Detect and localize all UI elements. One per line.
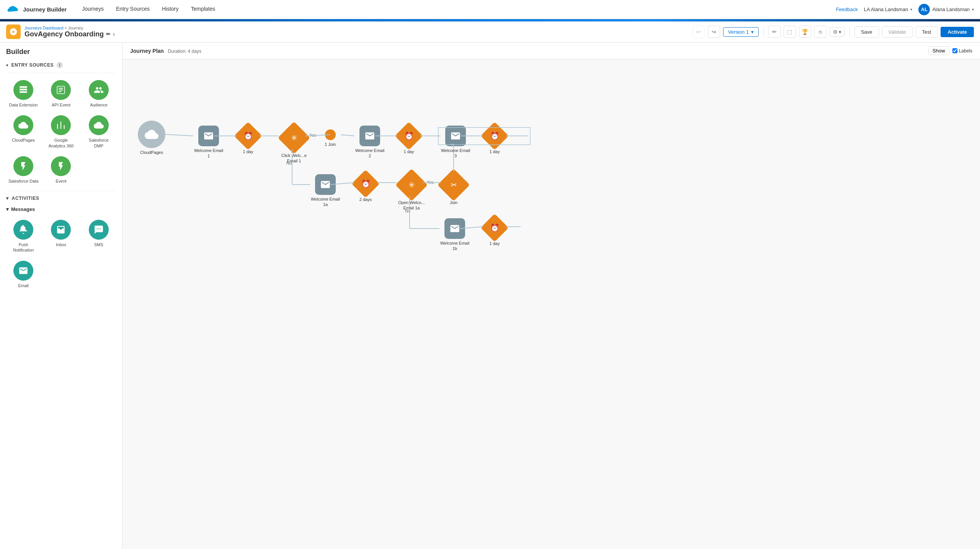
settings-button[interactable]: ⚙ ▾ [830, 27, 845, 37]
cloudpages-flow-icon [138, 121, 165, 148]
sidebar-item-salesforce-data[interactable]: Salesforce Data [6, 154, 41, 186]
node-click-decision[interactable]: ✳ Click Welc...e Email 1 [279, 124, 309, 164]
inbox-icon [51, 220, 71, 240]
main-content: ◂ Builder ▾ ENTRY SOURCES i Data Extensi… [0, 42, 980, 549]
node-cloudpages[interactable]: CloudPages [138, 121, 165, 155]
goal-button[interactable]: 🏆 [799, 26, 811, 38]
user-dropdown-la[interactable]: LA Alana Landsman ▾ [864, 7, 913, 12]
node-welcome-email-1b[interactable]: Welcome Email 1b [439, 218, 470, 252]
nav-link-history[interactable]: History [156, 0, 185, 19]
nav-link-entry-sources[interactable]: Entry Sources [110, 0, 156, 19]
welcome-email-1a-label: Welcome Email 1a [310, 196, 341, 208]
node-wait-1day-3[interactable]: ⏰ 1 day [483, 124, 506, 154]
entry-sources-info-icon[interactable]: i [57, 62, 63, 68]
nav-link-journeys[interactable]: Journeys [76, 0, 110, 19]
sidebar-item-event[interactable]: Event [44, 154, 78, 186]
validate-button[interactable]: Validate [882, 26, 913, 38]
sidebar-item-email[interactable]: Email [6, 258, 41, 291]
node-open-decision[interactable]: ✳ Open Welco... Email 1a [396, 172, 427, 211]
no-label-2: No [405, 209, 410, 213]
breadcrumb-sep: > [65, 26, 68, 30]
labels-checkbox[interactable] [952, 48, 957, 53]
entry-sources-collapse-icon[interactable]: ▾ [6, 63, 8, 67]
sidebar-item-data-extension[interactable]: Data Extension [6, 78, 41, 110]
messages-subsection-header[interactable]: ▾ Messages [0, 204, 122, 214]
user-profile-dropdown[interactable]: AL Alana Landsman ▾ [918, 4, 974, 15]
breadcrumb-current: Journey [68, 26, 83, 30]
node-welcome-email-1a[interactable]: Welcome Email 1a [310, 174, 341, 208]
secondary-header: Journeys Dashboard > Journey GovAgency O… [0, 21, 980, 42]
sidebar-item-api-event[interactable]: API Event [44, 78, 78, 110]
toolbar-sep-1 [763, 27, 764, 36]
exit-button[interactable]: ⎋ [814, 26, 826, 38]
pen-tool-button[interactable]: ✏ [768, 26, 781, 38]
node-wait-1day-4[interactable]: ⏰ 1 day [483, 216, 506, 246]
journey-name: GovAgency Onboarding ✏ › [24, 30, 115, 38]
flow-diagram: CloudPages Welcome Email 1 ⏰ 1 day [122, 59, 697, 289]
activate-button[interactable]: Activate [941, 27, 974, 37]
show-button[interactable]: Show [928, 46, 949, 55]
entry-sources-header: ▾ ENTRY SOURCES i [0, 59, 122, 71]
breadcrumb-section: Journeys Dashboard > Journey GovAgency O… [6, 25, 115, 39]
nav-link-templates[interactable]: Templates [185, 0, 222, 19]
gear-icon: ⚙ [833, 29, 838, 35]
redo-button[interactable]: ↪ [708, 26, 720, 38]
wait-1day-1-label: 1 day [243, 149, 253, 154]
sidebar-item-push-notification[interactable]: Push Notification [6, 217, 41, 255]
activities-header[interactable]: ▾ ACTIVITIES [0, 193, 122, 204]
push-notification-icon [13, 220, 33, 240]
open-decision-label: Open Welco... Email 1a [396, 200, 427, 211]
user-dropdown-label: LA Alana Landsman [864, 7, 908, 12]
sidebar-item-google-analytics[interactable]: Google Analytics 360 [44, 113, 78, 151]
select-tool-button[interactable]: ⬚ [784, 26, 796, 38]
email-label: Email [18, 283, 29, 288]
welcome-email-2-icon [359, 126, 380, 146]
google-analytics-icon [51, 115, 71, 135]
svg-line-1 [165, 134, 193, 136]
salesforce-dmp-icon [89, 115, 109, 135]
audience-icon [89, 80, 109, 100]
node-wait-1day-1[interactable]: ⏰ 1 day [237, 124, 260, 154]
salesforce-data-label: Salesforce Data [8, 178, 38, 184]
canvas-duration [165, 49, 167, 54]
welcome-email-1-icon [198, 126, 219, 146]
node-join-1[interactable]: 1 Join [325, 129, 336, 147]
push-notification-label: Push Notification [8, 242, 38, 253]
sidebar-item-cloudpages[interactable]: CloudPages [6, 113, 41, 151]
top-nav-right: Feedback LA Alana Landsman ▾ AL Alana La… [836, 4, 974, 15]
messages-collapse-icon: ▾ [6, 206, 9, 212]
node-join-2[interactable]: ✂ Join [440, 172, 467, 205]
labels-checkbox-label[interactable]: Labels [952, 48, 972, 54]
node-wait-2days[interactable]: ⏰ 2 days [354, 172, 377, 202]
node-welcome-email-3[interactable]: Welcome Email 3 [440, 126, 471, 159]
node-welcome-email-1[interactable]: Welcome Email 1 [193, 126, 224, 159]
nav-forward-icon[interactable]: › [113, 31, 115, 37]
sidebar-item-salesforce-dmp[interactable]: Salesforce DMP [82, 113, 116, 151]
node-welcome-email-2[interactable]: Welcome Email 2 [354, 126, 385, 159]
toolbar-sep-2 [849, 27, 850, 36]
flow-wrapper: CloudPages Welcome Email 1 ⏰ 1 day [122, 59, 980, 289]
breadcrumb-dashboard-link[interactable]: Journeys Dashboard [24, 26, 64, 30]
sidebar-item-audience[interactable]: Audience [82, 78, 116, 110]
welcome-email-1b-icon [444, 218, 465, 239]
sidebar-item-inbox[interactable]: Inbox [44, 217, 78, 255]
data-extension-label: Data Extension [9, 102, 38, 108]
google-analytics-label: Google Analytics 360 [46, 137, 76, 149]
test-button[interactable]: Test [916, 26, 938, 38]
sms-label: SMS [94, 242, 103, 247]
breadcrumb-text: Journeys Dashboard > Journey GovAgency O… [24, 26, 115, 38]
canvas-title: Journey Plan [130, 48, 164, 54]
brand: Journey Builder [6, 3, 67, 16]
feedback-link[interactable]: Feedback [836, 7, 858, 12]
node-wait-1day-2[interactable]: ⏰ 1 day [397, 124, 420, 154]
edit-icon[interactable]: ✏ [106, 31, 111, 37]
version-dropdown[interactable]: Version 1 ▾ [723, 27, 759, 37]
sidebar-item-sms[interactable]: SMS [82, 217, 116, 255]
canvas-duration-value: Duration: 4 days [168, 49, 201, 54]
undo-button[interactable]: ↩ [693, 26, 705, 38]
wait-1day-2-icon: ⏰ [397, 124, 420, 147]
svg-line-5 [341, 135, 354, 136]
sms-icon [89, 220, 109, 240]
save-button[interactable]: Save [854, 26, 879, 38]
entry-sources-grid: Data Extension API Event Audience [0, 75, 122, 189]
